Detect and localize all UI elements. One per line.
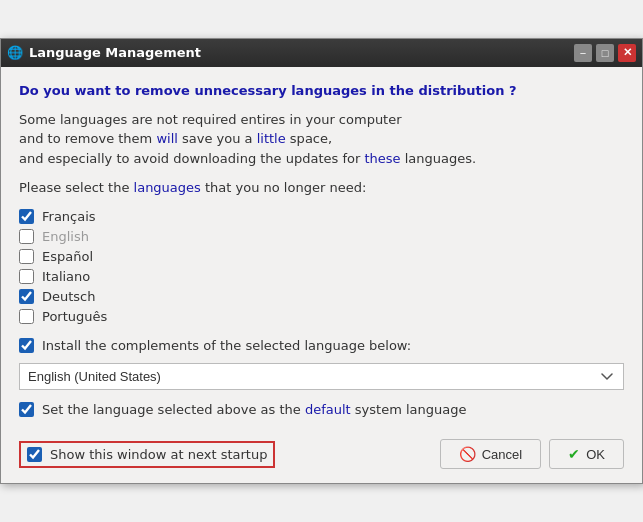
- action-buttons: 🚫 Cancel ✔ OK: [440, 439, 624, 469]
- set-default-row: Set the language selected above as the d…: [19, 402, 624, 417]
- deutsch-label: Deutsch: [42, 289, 96, 304]
- list-item: Español: [19, 249, 624, 264]
- footer-row: Show this window at next startup 🚫 Cance…: [19, 431, 624, 469]
- install-option-row: Install the complements of the selected …: [19, 338, 624, 353]
- list-item: Italiano: [19, 269, 624, 284]
- install-complements-checkbox[interactable]: [19, 338, 34, 353]
- close-button[interactable]: ✕: [618, 44, 636, 62]
- show-window-checkbox[interactable]: [27, 447, 42, 462]
- cancel-icon: 🚫: [459, 446, 476, 462]
- francais-label: Français: [42, 209, 96, 224]
- francais-checkbox[interactable]: [19, 209, 34, 224]
- instruction-text: Please select the languages that you no …: [19, 180, 624, 195]
- description-text: Some languages are not required entires …: [19, 110, 624, 169]
- deutsch-checkbox[interactable]: [19, 289, 34, 304]
- italiano-checkbox[interactable]: [19, 269, 34, 284]
- language-list: Français English Español Italiano Deutsc…: [19, 209, 624, 324]
- language-dropdown[interactable]: English (United States) Français (France…: [19, 363, 624, 390]
- italiano-label: Italiano: [42, 269, 90, 284]
- desc-line3: and especially to avoid downloading the …: [19, 151, 476, 166]
- desc-line2: and to remove them will save you a littl…: [19, 131, 332, 146]
- espanol-checkbox[interactable]: [19, 249, 34, 264]
- window-icon: 🌐: [7, 45, 23, 61]
- titlebar-left: 🌐 Language Management: [7, 45, 201, 61]
- ok-button[interactable]: ✔ OK: [549, 439, 624, 469]
- desc-line1: Some languages are not required entires …: [19, 112, 402, 127]
- espanol-label: Español: [42, 249, 93, 264]
- english-checkbox[interactable]: [19, 229, 34, 244]
- maximize-button[interactable]: □: [596, 44, 614, 62]
- show-window-label: Show this window at next startup: [50, 447, 267, 462]
- portugues-checkbox[interactable]: [19, 309, 34, 324]
- list-item: Português: [19, 309, 624, 324]
- minimize-button[interactable]: −: [574, 44, 592, 62]
- titlebar-buttons: − □ ✕: [574, 44, 636, 62]
- portugues-label: Português: [42, 309, 107, 324]
- cancel-label: Cancel: [482, 447, 522, 462]
- set-default-checkbox[interactable]: [19, 402, 34, 417]
- language-dropdown-container: English (United States) Français (France…: [19, 363, 624, 390]
- titlebar: 🌐 Language Management − □ ✕: [1, 39, 642, 67]
- set-default-label: Set the language selected above as the d…: [42, 402, 467, 417]
- list-item: Français: [19, 209, 624, 224]
- show-window-area: Show this window at next startup: [19, 441, 275, 468]
- main-question: Do you want to remove unnecessary langua…: [19, 83, 624, 98]
- install-complements-label: Install the complements of the selected …: [42, 338, 411, 353]
- window-title: Language Management: [29, 45, 201, 60]
- list-item: Deutsch: [19, 289, 624, 304]
- list-item: English: [19, 229, 624, 244]
- cancel-button[interactable]: 🚫 Cancel: [440, 439, 541, 469]
- ok-icon: ✔: [568, 446, 580, 462]
- main-window: 🌐 Language Management − □ ✕ Do you want …: [0, 38, 643, 485]
- ok-label: OK: [586, 447, 605, 462]
- content-area: Do you want to remove unnecessary langua…: [1, 67, 642, 484]
- english-label: English: [42, 229, 89, 244]
